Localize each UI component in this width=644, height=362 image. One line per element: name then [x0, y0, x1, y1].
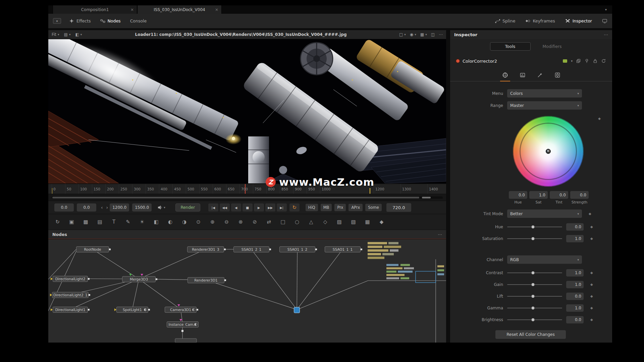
quality-toggle-button[interactable]: APrx: [348, 204, 363, 211]
tool-color-swatch[interactable]: [563, 59, 567, 63]
node[interactable]: SpotLight1: [116, 307, 148, 313]
merge3d-tool-icon[interactable]: ◆: [376, 217, 387, 227]
node[interactable]: RootNode: [76, 246, 109, 252]
quality-toggle-button[interactable]: Prx: [334, 204, 346, 211]
particle-emitter-tool-icon[interactable]: ▨: [334, 217, 344, 227]
slider-track[interactable]: [507, 284, 562, 285]
rectangle-mask-tool-icon[interactable]: □: [278, 217, 288, 227]
tab-iss-030-issundock[interactable]: ISS_030_IssUnDock_V004 ×: [137, 5, 222, 14]
node-visibility-toggle-icon[interactable]: [194, 323, 197, 326]
slider-track[interactable]: [507, 238, 562, 239]
node-visibility-toggle-icon[interactable]: [144, 308, 147, 311]
tab-curves-wand[interactable]: [534, 69, 546, 81]
keyframe-diamond-icon[interactable]: ◆: [590, 318, 593, 321]
slider-value-input[interactable]: 0.0: [566, 316, 584, 323]
split-view-icon[interactable]: ◫: [431, 32, 435, 37]
tab-overflow-icon[interactable]: ▾: [600, 5, 612, 14]
lock-icon[interactable]: [593, 59, 598, 63]
viewer-fit-select[interactable]: Fit ▾: [52, 32, 59, 37]
bspline-mask-tool-icon[interactable]: ◇: [320, 217, 330, 227]
render-button[interactable]: Render: [175, 203, 200, 212]
colorcurves-tool-icon[interactable]: ◧: [151, 217, 161, 227]
slider-thumb[interactable]: [531, 271, 535, 275]
console-button[interactable]: Console: [130, 18, 147, 23]
node-output-socket[interactable]: [197, 309, 198, 311]
node-graph[interactable]: RootNode Renderer3D1_3 SSAO1_2_1: [48, 239, 446, 343]
audio-button[interactable]: ▾: [157, 205, 165, 210]
channel-select[interactable]: RGB ▾: [507, 255, 582, 264]
node-output-socket[interactable]: [224, 249, 226, 250]
slider-value-input[interactable]: 1.0: [566, 269, 584, 277]
nodes-menu-icon[interactable]: ⋯: [438, 232, 442, 237]
node[interactable]: [294, 307, 300, 313]
render-range-end-marker[interactable]: [370, 188, 370, 194]
keyframe-diamond-icon[interactable]: ◆: [590, 306, 593, 310]
scrollbar-thumb[interactable]: [52, 197, 419, 198]
tab-modifiers[interactable]: Modifiers: [532, 42, 573, 51]
tab-composition1[interactable]: Composition1 ×: [53, 5, 137, 14]
scrollbar-nub[interactable]: [422, 197, 431, 198]
particle-render-tool-icon[interactable]: ▧: [348, 217, 359, 227]
slider-track[interactable]: [507, 296, 562, 297]
wheel-value-input[interactable]: 0.0: [570, 191, 589, 199]
node[interactable]: Renderer3D1: [187, 277, 224, 283]
tab-options[interactable]: [552, 69, 563, 81]
render-start-field[interactable]: 1200.0: [110, 203, 129, 212]
slider-thumb[interactable]: [531, 237, 535, 240]
range-select[interactable]: Master ▾: [507, 101, 582, 110]
play-button[interactable]: ▶: [254, 203, 264, 212]
node-output-socket[interactable]: [269, 249, 271, 250]
keyframe-diamond-icon[interactable]: ◆: [590, 271, 593, 275]
paint-tool-icon[interactable]: ✎: [123, 217, 133, 227]
merge-tool-icon[interactable]: ⊕: [207, 217, 218, 227]
viewer-grid-select[interactable]: ▦ ▾: [420, 32, 427, 37]
comp-current-field[interactable]: 0.0: [77, 203, 96, 212]
viewer-menu-icon[interactable]: ⋯: [439, 32, 443, 37]
slider-track[interactable]: [507, 308, 562, 308]
slider-thumb[interactable]: [531, 283, 535, 286]
quality-toggle-button[interactable]: MB: [321, 204, 332, 211]
slider-thumb[interactable]: [531, 306, 535, 310]
keyframe-diamond-icon[interactable]: ◆: [590, 294, 593, 298]
spline-button[interactable]: Spline: [495, 18, 515, 23]
render-end-field[interactable]: 1500.0: [132, 203, 152, 212]
step-forward-icon[interactable]: ›: [106, 205, 108, 210]
keyframes-button[interactable]: Keyframes: [525, 18, 555, 23]
background-tool-icon[interactable]: ▩: [80, 217, 91, 227]
node[interactable]: SSAO1_2_1: [233, 246, 269, 252]
wheel-value-input[interactable]: 1.0: [529, 191, 548, 199]
loader-tool-icon[interactable]: ↻: [52, 217, 63, 227]
hue-saturation-wheel[interactable]: M: [513, 116, 584, 187]
inspector-menu-icon[interactable]: ⋯: [604, 32, 608, 37]
slider-track[interactable]: [507, 227, 562, 227]
slider-value-input[interactable]: 0.0: [566, 223, 584, 231]
play-reverse-button[interactable]: ◀: [231, 203, 241, 212]
colorcorrector-tool-icon[interactable]: ☀: [137, 217, 147, 227]
transform-tool-icon[interactable]: ⇄: [264, 217, 274, 227]
slider-thumb[interactable]: [531, 225, 535, 229]
ellipse-mask-tool-icon[interactable]: ○: [292, 217, 302, 227]
node-output-socket[interactable]: [315, 249, 317, 250]
hueshift-tool-icon[interactable]: ◑: [179, 217, 190, 227]
comp-start-field[interactable]: 0.0: [54, 203, 74, 212]
slider-value-input[interactable]: 0.0: [566, 293, 584, 300]
slider-thumb[interactable]: [531, 294, 535, 298]
node[interactable]: Camera3D1: [165, 307, 197, 313]
viewer-3d-view-select[interactable]: ◉ ▾: [410, 32, 416, 37]
node-output-socket[interactable]: [224, 280, 226, 281]
mattecontrol-tool-icon[interactable]: ⊗: [235, 217, 246, 227]
node[interactable]: Renderer3D1_3: [187, 246, 224, 252]
current-frame-field[interactable]: 720.0: [386, 203, 411, 212]
tab-close-icon[interactable]: ×: [215, 7, 218, 12]
tab-close-icon[interactable]: ×: [130, 7, 134, 12]
wheel-master-marker[interactable]: M: [546, 149, 551, 154]
polygon-mask-tool-icon[interactable]: △: [306, 217, 316, 227]
node-output-socket[interactable]: [156, 279, 157, 280]
node[interactable]: Merge3D3: [122, 276, 156, 282]
tab-tools[interactable]: Tools: [490, 42, 531, 51]
step-back-icon[interactable]: ‹: [101, 205, 103, 210]
saver-tool-icon[interactable]: ▣: [66, 217, 77, 227]
viewer-buffer-select[interactable]: □ ▾: [399, 32, 406, 37]
brightness-contrast-tool-icon[interactable]: ◐: [165, 217, 175, 227]
node-output-socket[interactable]: [109, 249, 111, 250]
